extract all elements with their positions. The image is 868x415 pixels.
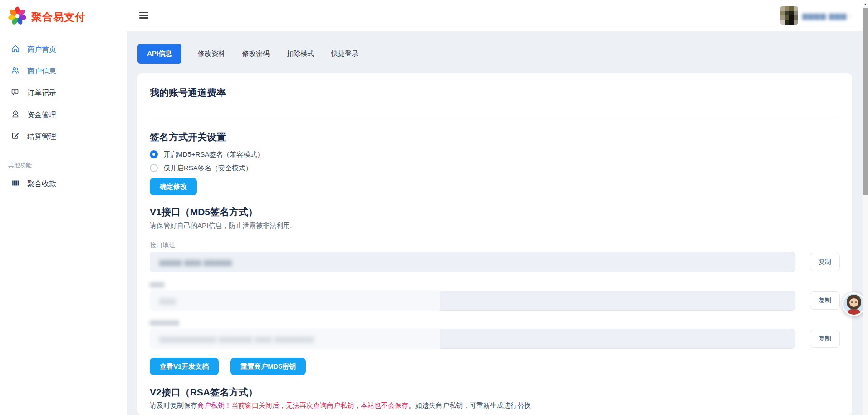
sidebar: 聚合易支付 商户首页 商户信息 (0, 0, 127, 415)
user-menu[interactable]: ▆▆▆▆ ▆▆▆ - (780, 6, 852, 25)
scrollbar-thumb[interactable] (863, 8, 868, 195)
merchant-console-app: 聚合易支付 商户首页 商户信息 (0, 0, 868, 415)
note-part-normal: 。如遗失商户私钥，可重新生成进行替换 (408, 401, 531, 409)
note-part-red: 当前窗口关闭后，无法再次查询商户私钥，本站也不会保存 (231, 401, 408, 409)
confirm-modify-button[interactable]: 确定修改 (150, 178, 197, 195)
tab-deduction-mode[interactable]: 扣除模式 (286, 44, 315, 64)
radio-option-label: 仅开启RSA签名（安全模式） (163, 164, 252, 173)
brand-name: 聚合易支付 (31, 10, 86, 24)
radio-selected-icon[interactable] (150, 150, 158, 158)
v1-section-title: V1接口（MD5签名方式） (150, 206, 840, 217)
section-divider (150, 119, 840, 119)
v2-warning-note: 请及时复制保存商户私钥！当前窗口关闭后，无法再次查询商户私钥，本站也不会保存。如… (150, 401, 840, 410)
redacted-value: ▆▆▆ (159, 296, 177, 305)
note-part-magenta: 商户私钥！ (197, 401, 231, 409)
settlement-icon (11, 131, 20, 142)
field-label-api-url: 接口地址 (150, 242, 840, 249)
field-row-merchant-id: ▆▆▆ 复制 (150, 291, 840, 311)
copy-merchant-key-button[interactable]: 复制 (810, 330, 840, 348)
sidebar-item-label: 商户信息 (27, 67, 56, 76)
radio-option-label: 开启MD5+RSA签名（兼容模式） (163, 150, 264, 159)
sidebar-menu: 商户首页 商户信息 $ (0, 39, 127, 195)
copy-merchant-id-button[interactable]: 复制 (810, 291, 840, 310)
tab-api-info[interactable]: API信息 (137, 44, 181, 64)
redacted-label: ▆▆▆ (150, 280, 164, 288)
copy-api-url-button[interactable]: 复制 (810, 253, 840, 271)
sidebar-item-order-records[interactable]: $ 订单记录 (0, 82, 127, 104)
sidebar-item-merchant-home[interactable]: 商户首页 (0, 39, 127, 60)
field-label-merchant-id: ▆▆▆ (150, 280, 840, 288)
order-record-icon: $ (11, 88, 20, 99)
view-v1-docs-button[interactable]: 查看V1开发文档 (150, 358, 219, 375)
sidebar-item-label: 资金管理 (27, 110, 56, 120)
rates-section-title: 我的账号通道费率 (150, 87, 840, 98)
home-icon (11, 44, 20, 55)
v1-security-note: 请保管好自己的API信息，防止泄露被非法利用. (150, 222, 840, 230)
api-info-card: 我的账号通道费率 签名方式开关设置 开启MD5+RSA签名（兼容模式） 仅开启R… (137, 73, 852, 415)
sidebar-item-label: 结算管理 (27, 132, 56, 142)
svg-text:$: $ (14, 89, 16, 94)
merchant-id-input[interactable]: ▆▆▆ (150, 291, 795, 311)
sidebar-item-label: 聚合收款 (27, 179, 56, 189)
users-icon (11, 66, 20, 77)
redacted-value: ▆▆▆▆▆▆▆▆▆▆ ▆▆▆▆▆▆ ▆▆▆ ▆▆▆▆▆▆▆ (159, 335, 314, 343)
redacted-label: ▆▆▆▆▆▆ (150, 318, 179, 326)
flower-logo-icon (7, 6, 27, 28)
svg-text:$: $ (15, 111, 16, 114)
sidebar-item-settlement[interactable]: 结算管理 (0, 126, 127, 148)
tab-bar: API信息 修改资料 修改密码 扣除模式 快捷登录 (137, 44, 359, 64)
merchant-key-input[interactable]: ▆▆▆▆▆▆▆▆▆▆ ▆▆▆▆▆▆ ▆▆▆ ▆▆▆▆▆▆▆ (150, 329, 795, 349)
v2-section-title: V2接口（RSA签名方式） (150, 386, 840, 398)
v1-actions: 查看V1开发文档 重置商户MD5密钥 (150, 358, 840, 375)
sidebar-item-label: 商户首页 (27, 45, 56, 54)
field-row-merchant-key: ▆▆▆▆▆▆▆▆▆▆ ▆▆▆▆▆▆ ▆▆▆ ▆▆▆▆▆▆▆ 复制 (150, 329, 840, 349)
api-url-input[interactable]: ▆▆▆▆ ▆▆▆ ▆▆▆▆▆ (150, 252, 795, 272)
tab-quick-login[interactable]: 快捷登录 (330, 44, 359, 64)
menu-toggle-icon[interactable] (139, 12, 148, 20)
radio-option-rsa-only[interactable]: 仅开启RSA签名（安全模式） (150, 163, 840, 173)
tab-edit-profile[interactable]: 修改资料 (197, 44, 226, 64)
sidebar-item-merchant-info[interactable]: 商户信息 (0, 60, 127, 82)
signature-section-title: 签名方式开关设置 (150, 131, 840, 143)
sidebar-item-label: 订单记录 (27, 89, 56, 98)
field-label-merchant-key: ▆▆▆▆▆▆ (150, 318, 840, 326)
barcode-icon (11, 178, 20, 189)
funds-icon: $ (11, 109, 20, 120)
redacted-value: ▆▆▆▆ ▆▆▆ ▆▆▆▆▆ (159, 258, 232, 266)
sidebar-item-funds[interactable]: $ 资金管理 (0, 104, 127, 126)
reset-md5-key-button[interactable]: 重置商户MD5密钥 (230, 358, 306, 375)
scroll-up-arrow-icon[interactable]: ▲ (863, 0, 868, 7)
note-part-normal: 请及时复制保存 (150, 401, 197, 409)
user-avatar (780, 6, 798, 25)
brand-logo[interactable]: 聚合易支付 (0, 0, 127, 28)
radio-option-md5-rsa[interactable]: 开启MD5+RSA签名（兼容模式） (150, 149, 840, 160)
user-name-redacted: ▆▆▆▆ ▆▆▆ - (802, 11, 852, 20)
radio-unselected-icon[interactable] (150, 164, 158, 172)
topbar: ▆▆▆▆ ▆▆▆ - (127, 0, 863, 31)
sidebar-item-aggregate-collection[interactable]: 聚合收款 (0, 173, 127, 195)
tab-change-password[interactable]: 修改密码 (241, 44, 270, 64)
field-row-api-url: ▆▆▆▆ ▆▆▆ ▆▆▆▆▆ 复制 (150, 252, 840, 272)
vertical-scrollbar[interactable]: ▲ (863, 0, 868, 415)
sidebar-section-label: 其他功能 (0, 148, 127, 173)
